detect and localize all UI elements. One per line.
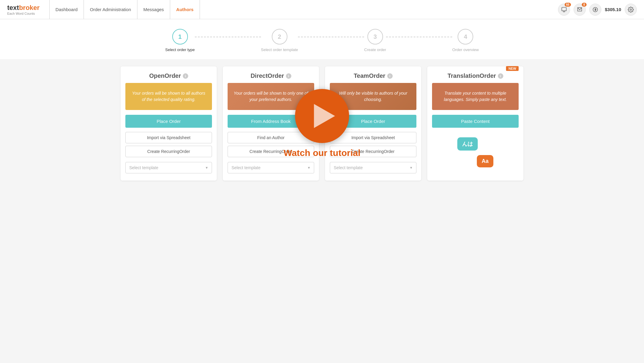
direct-order-card: DirectOrder i Your orders will be shown … xyxy=(223,66,319,181)
step-label-4: Order overview xyxy=(452,47,479,52)
nav-order-admin[interactable]: Order Administration xyxy=(84,0,137,19)
logo-subtitle: Each Word Counts xyxy=(7,12,40,15)
open-order-info-icon[interactable]: i xyxy=(183,73,188,79)
open-order-card: OpenOrder i Your orders will be shown to… xyxy=(121,66,217,181)
header: textbroker Each Word Counts Dashboard Or… xyxy=(0,0,644,19)
svg-point-2 xyxy=(630,9,632,10)
direct-order-find-author-btn[interactable]: Find an Author xyxy=(228,132,314,143)
direct-order-address-btn[interactable]: From Address Book xyxy=(228,115,314,128)
direct-order-template-select[interactable]: Select template xyxy=(228,162,314,173)
translation-illustration: んは Aa xyxy=(427,131,523,173)
main-content: OpenOrder i Your orders will be shown to… xyxy=(0,59,644,363)
step-label-3: Create order xyxy=(364,47,386,52)
translation-order-title-row: TranslationOrder i NEW xyxy=(427,66,523,83)
step-circle-3: 3 xyxy=(367,29,383,44)
translation-order-title: TranslationOrder xyxy=(447,72,496,79)
open-order-place-btn[interactable]: Place Order xyxy=(125,115,212,128)
team-order-template-select[interactable]: Select template xyxy=(330,162,416,173)
step-label-2: Select order template xyxy=(261,47,298,52)
step-3: 3 Create order xyxy=(364,29,386,52)
translation-order-paste-btn[interactable]: Paste Content xyxy=(432,115,519,128)
open-order-title-row: OpenOrder i xyxy=(121,66,217,83)
open-order-desc: Your orders will be shown to all authors… xyxy=(125,83,212,110)
step-1: 1 Select order type xyxy=(165,29,195,52)
team-order-card: TeamOrder i Will only be visible to auth… xyxy=(325,66,421,181)
team-order-title-row: TeamOrder i xyxy=(325,66,421,83)
bubble-japanese: んは xyxy=(457,137,478,151)
open-order-recurring-btn[interactable]: Create RecurringOrder xyxy=(125,146,212,157)
direct-order-template-dropdown[interactable]: Select template xyxy=(228,162,314,173)
direct-order-recurring-btn[interactable]: Create RecurringOrder xyxy=(228,146,314,157)
team-order-place-btn[interactable]: Place Order xyxy=(330,115,416,128)
team-order-template-dropdown[interactable]: Select template xyxy=(330,162,416,173)
notifications-badge: 66 xyxy=(565,3,571,7)
step-2: 2 Select order template xyxy=(261,29,298,52)
step-circle-2: 2 xyxy=(272,29,287,44)
settings-button[interactable] xyxy=(625,4,637,16)
nav-authors[interactable]: Authors xyxy=(170,0,200,19)
direct-order-title: DirectOrder xyxy=(250,72,284,79)
team-order-title: TeamOrder xyxy=(354,72,385,79)
order-type-cards: OpenOrder i Your orders will be shown to… xyxy=(10,66,634,181)
open-order-template-dropdown[interactable]: Select template xyxy=(125,162,212,173)
bubble-english: Aa xyxy=(477,155,493,167)
stepper: 1 Select order type 2 Select order templ… xyxy=(0,19,644,59)
step-4: 4 Order overview xyxy=(452,29,479,52)
translation-order-card: TranslationOrder i NEW Translate your co… xyxy=(427,66,523,181)
main-nav: Dashboard Order Administration Messages … xyxy=(49,0,558,19)
logo-text: textbroker xyxy=(7,4,40,12)
step-circle-1: 1 xyxy=(172,29,188,44)
nav-dashboard[interactable]: Dashboard xyxy=(49,0,84,19)
nav-messages[interactable]: Messages xyxy=(137,0,170,19)
notifications-button[interactable]: 66 xyxy=(558,4,570,16)
step-circle-4: 4 xyxy=(458,29,473,44)
messages-badge: 8 xyxy=(582,3,587,7)
team-order-recurring-btn[interactable]: Create RecurringOrder xyxy=(330,146,416,157)
translation-order-info-icon[interactable]: i xyxy=(498,73,503,79)
messages-button[interactable]: 8 xyxy=(574,4,586,16)
direct-order-title-row: DirectOrder i xyxy=(223,66,319,83)
step-connector-1-2 xyxy=(195,37,261,37)
step-connector-2-3 xyxy=(298,37,364,37)
balance-display: $305.10 xyxy=(605,7,621,12)
open-order-import-btn[interactable]: Import via Spreadsheet xyxy=(125,132,212,143)
team-order-import-btn[interactable]: Import via Spreadsheet xyxy=(330,132,416,143)
direct-order-desc: Your orders will be shown to only one of… xyxy=(228,83,314,110)
team-order-info-icon[interactable]: i xyxy=(387,73,393,79)
step-label-1: Select order type xyxy=(165,47,195,52)
translation-order-desc: Translate your content to multiple langu… xyxy=(432,83,519,110)
open-order-title: OpenOrder xyxy=(149,72,181,79)
team-order-desc: Will only be visible to authors of your … xyxy=(330,83,416,110)
step-connector-3-4 xyxy=(386,37,452,37)
balance-button[interactable] xyxy=(589,4,601,16)
direct-order-info-icon[interactable]: i xyxy=(286,73,291,79)
open-order-template-select[interactable]: Select template xyxy=(125,162,212,173)
logo: textbroker Each Word Counts xyxy=(7,4,40,15)
new-badge: NEW xyxy=(506,66,519,71)
svg-rect-0 xyxy=(562,7,566,11)
header-actions: 66 8 $305.10 xyxy=(558,4,637,16)
